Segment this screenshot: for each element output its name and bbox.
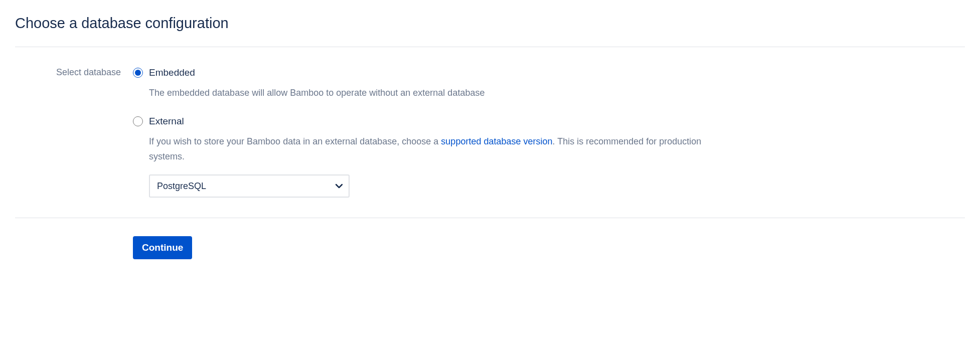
form-row: Select database Embedded The embedded da…	[15, 67, 965, 198]
select-database-label: Select database	[15, 67, 133, 78]
db-select-wrapper: PostgreSQL	[149, 174, 350, 198]
external-desc-pre: If you wish to store your Bamboo data in…	[149, 136, 441, 146]
radio-external[interactable]	[133, 116, 143, 126]
radio-external-label[interactable]: External	[149, 116, 184, 127]
radio-option-embedded: Embedded The embedded database will allo…	[133, 67, 735, 101]
database-type-select[interactable]: PostgreSQL	[149, 174, 350, 198]
radio-external-description: If you wish to store your Bamboo data in…	[149, 134, 735, 164]
page-title: Choose a database configuration	[15, 15, 965, 32]
radio-line-embedded: Embedded	[133, 67, 735, 78]
continue-button[interactable]: Continue	[133, 236, 192, 259]
field-content: Embedded The embedded database will allo…	[133, 67, 735, 198]
radio-embedded[interactable]	[133, 68, 143, 78]
radio-line-external: External	[133, 116, 735, 127]
button-row: Continue	[15, 218, 965, 259]
radio-option-external: External If you wish to store your Bambo…	[133, 116, 735, 198]
radio-embedded-label[interactable]: Embedded	[149, 67, 195, 78]
form-section: Select database Embedded The embedded da…	[15, 47, 965, 218]
radio-embedded-description: The embedded database will allow Bamboo …	[149, 85, 735, 101]
supported-database-link[interactable]: supported database version	[441, 136, 552, 146]
